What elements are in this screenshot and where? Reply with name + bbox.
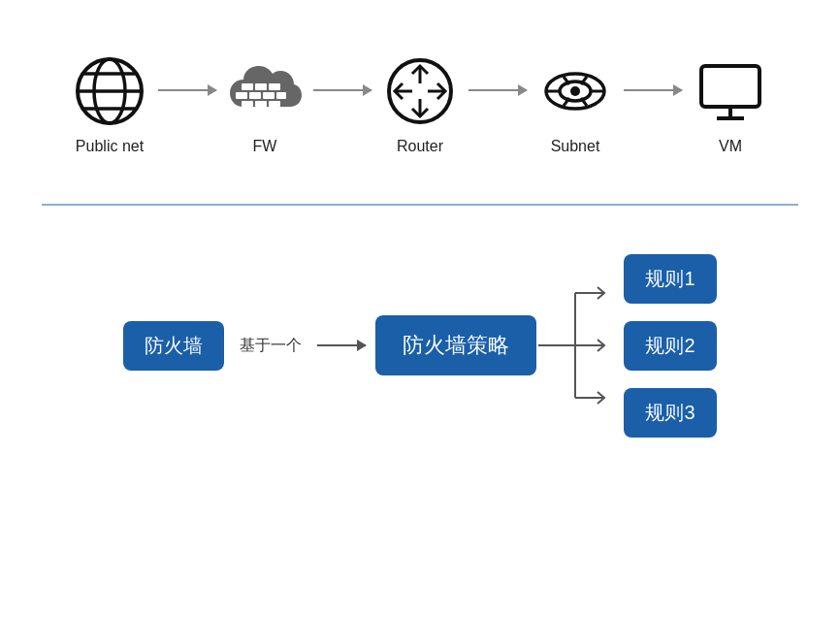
svg-rect-7 [269, 83, 280, 90]
rule-1-box: 规则1 [624, 254, 716, 304]
arrow-4 [624, 89, 682, 118]
rule-2-box: 规则2 [624, 321, 716, 371]
svg-rect-10 [263, 92, 275, 99]
arrow-3 [468, 89, 527, 118]
router-label: Router [397, 138, 443, 155]
rule-3-box: 规则3 [624, 388, 716, 438]
policy-row: 防火墙 基于一个 防火墙策略 规则1 规则2 [42, 254, 798, 438]
svg-rect-12 [242, 101, 253, 107]
node-fw: FW [216, 52, 313, 155]
fw-icon [226, 52, 304, 130]
subnet-label: Subnet [551, 138, 600, 155]
public-net-label: Public net [76, 138, 144, 155]
node-vm: VM [682, 52, 779, 155]
branch-lines [536, 268, 614, 423]
between-text: 基于一个 [240, 336, 302, 356]
main-diagram: Public net [13, 14, 827, 605]
rules-column: 规则1 规则2 规则3 [624, 254, 716, 438]
vm-label: VM [719, 138, 742, 155]
public-net-icon [71, 52, 148, 130]
svg-rect-13 [255, 101, 267, 107]
node-subnet: Subnet [527, 52, 624, 155]
svg-point-28 [570, 86, 580, 96]
topology-row: Public net [42, 33, 798, 155]
policy-box: 防火墙策略 [375, 315, 536, 375]
section-divider [42, 204, 798, 206]
firewall-box: 防火墙 [123, 321, 224, 371]
svg-rect-8 [236, 92, 247, 99]
svg-rect-5 [242, 83, 253, 90]
svg-rect-14 [269, 101, 280, 107]
arrow-1 [158, 89, 216, 118]
arrow-2 [313, 89, 372, 118]
node-router: Router [372, 52, 468, 155]
svg-rect-11 [276, 92, 286, 99]
subnet-icon [536, 52, 614, 130]
svg-rect-6 [255, 83, 267, 90]
svg-rect-29 [701, 66, 759, 107]
vm-icon [692, 52, 769, 130]
svg-rect-9 [249, 92, 261, 99]
router-icon [381, 52, 459, 130]
fw-label: FW [253, 138, 277, 155]
node-public-net: Public net [61, 52, 158, 155]
